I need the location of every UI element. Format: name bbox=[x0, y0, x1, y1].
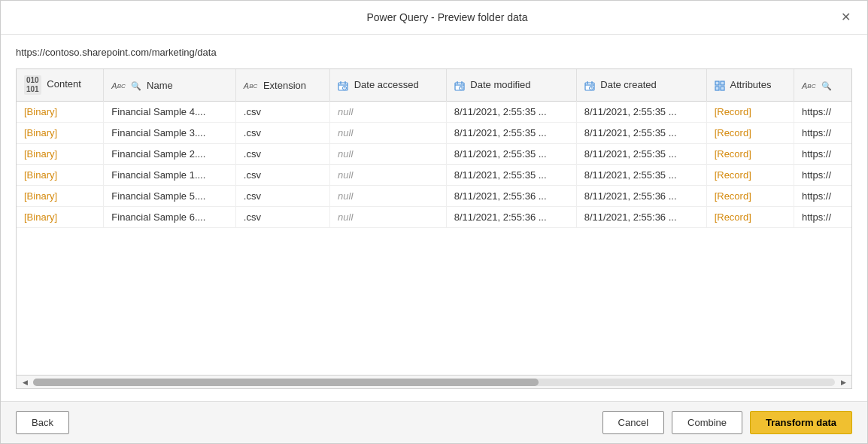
svg-rect-22 bbox=[721, 81, 724, 85]
col-header-content-label: Content bbox=[47, 78, 81, 90]
table-cell: Financial Sample 6.... bbox=[104, 207, 236, 228]
combine-button[interactable]: Combine bbox=[672, 411, 742, 434]
clock-icon-accessed bbox=[338, 81, 348, 91]
table-container[interactable]: 010101 Content ABC 🔍 Name bbox=[17, 69, 851, 375]
col-header-attributes-label: Attributes bbox=[730, 79, 772, 90]
table-cell: null bbox=[330, 102, 447, 123]
table-cell: Financial Sample 1.... bbox=[104, 165, 236, 186]
table-cell: [Binary] bbox=[17, 207, 104, 228]
table-cell: [Record] bbox=[706, 165, 794, 186]
col-header-extension[interactable]: ABC Extension bbox=[235, 69, 329, 102]
table-cell: null bbox=[330, 165, 447, 186]
horizontal-scrollbar[interactable]: ◀ ▶ bbox=[17, 375, 851, 388]
table-cell: 8/11/2021, 2:55:35 ... bbox=[576, 123, 706, 144]
table-cell: Financial Sample 3.... bbox=[104, 123, 236, 144]
table-cell: 8/11/2021, 2:55:36 ... bbox=[576, 186, 706, 207]
table-cell: 8/11/2021, 2:55:36 ... bbox=[576, 207, 706, 228]
dialog-title: Power Query - Preview folder data bbox=[58, 11, 836, 23]
footer: Back Cancel Combine Transform data bbox=[1, 401, 867, 443]
scroll-right-arrow[interactable]: ▶ bbox=[838, 377, 848, 388]
search-icon-name: 🔍 bbox=[131, 81, 141, 90]
scroll-left-arrow[interactable]: ◀ bbox=[20, 377, 30, 388]
table-cell: .csv bbox=[235, 102, 329, 123]
col-header-date-modified-label: Date modified bbox=[470, 79, 530, 90]
table-header-row: 010101 Content ABC 🔍 Name bbox=[17, 69, 851, 102]
table-row: [Binary]Financial Sample 6.....csvnull8/… bbox=[17, 207, 851, 228]
footer-right: Cancel Combine Transform data bbox=[602, 411, 852, 434]
table-cell: .csv bbox=[235, 144, 329, 165]
table-cell: https:// bbox=[794, 102, 851, 123]
search-icon-url: 🔍 bbox=[821, 81, 832, 90]
table-cell: null bbox=[330, 207, 447, 228]
clock-icon-modified bbox=[454, 81, 465, 91]
back-button[interactable]: Back bbox=[16, 411, 69, 434]
abc-icon-url: ABC bbox=[802, 81, 815, 90]
table-cell: .csv bbox=[235, 186, 329, 207]
table-cell: 8/11/2021, 2:55:35 ... bbox=[446, 144, 576, 165]
col-header-name-label: Name bbox=[147, 80, 173, 91]
col-header-date-accessed-label: Date accessed bbox=[354, 79, 419, 90]
table-cell: null bbox=[330, 123, 447, 144]
table-cell: [Record] bbox=[706, 186, 794, 207]
table-cell: [Binary] bbox=[17, 123, 104, 144]
col-header-date-modified[interactable]: Date modified bbox=[446, 69, 576, 102]
col-header-attributes[interactable]: Attributes bbox=[706, 69, 794, 102]
scroll-thumb[interactable] bbox=[33, 379, 539, 386]
table-cell: [Binary] bbox=[17, 102, 104, 123]
cancel-button[interactable]: Cancel bbox=[602, 411, 664, 434]
col-header-name[interactable]: ABC 🔍 Name bbox=[104, 69, 236, 102]
table-row: [Binary]Financial Sample 2.....csvnull8/… bbox=[17, 144, 851, 165]
table-row: [Binary]Financial Sample 3.....csvnull8/… bbox=[17, 123, 851, 144]
abc-icon-name: ABC bbox=[111, 81, 125, 90]
dialog: Power Query - Preview folder data ✕ http… bbox=[0, 0, 868, 444]
table-cell: https:// bbox=[794, 123, 851, 144]
table-cell: 8/11/2021, 2:55:36 ... bbox=[446, 207, 576, 228]
col-header-content[interactable]: 010101 Content bbox=[17, 69, 104, 102]
table-cell: Financial Sample 2.... bbox=[104, 144, 236, 165]
content-area: https://contoso.sharepoint.com/marketing… bbox=[1, 35, 867, 401]
table-cell: 8/11/2021, 2:55:35 ... bbox=[446, 102, 576, 123]
table-cell: 8/11/2021, 2:55:35 ... bbox=[446, 123, 576, 144]
table-cell: [Binary] bbox=[17, 144, 104, 165]
title-bar: Power Query - Preview folder data ✕ bbox=[1, 1, 867, 35]
table-cell: https:// bbox=[794, 165, 851, 186]
col-header-date-created-label: Date created bbox=[600, 79, 656, 90]
table-cell: [Record] bbox=[706, 207, 794, 228]
table-row: [Binary]Financial Sample 1.....csvnull8/… bbox=[17, 165, 851, 186]
table-cell: .csv bbox=[235, 123, 329, 144]
table-cell: null bbox=[330, 144, 447, 165]
abc-icon-ext: ABC bbox=[244, 81, 257, 90]
close-button[interactable]: ✕ bbox=[836, 10, 855, 25]
table-cell: .csv bbox=[235, 207, 329, 228]
table-cell: [Binary] bbox=[17, 165, 104, 186]
grid-icon-attributes bbox=[715, 81, 725, 91]
table-cell: 8/11/2021, 2:55:35 ... bbox=[576, 102, 706, 123]
col-header-date-created[interactable]: Date created bbox=[576, 69, 706, 102]
transform-data-button[interactable]: Transform data bbox=[750, 411, 852, 434]
table-cell: [Record] bbox=[706, 123, 794, 144]
table-row: [Binary]Financial Sample 5.....csvnull8/… bbox=[17, 186, 851, 207]
footer-left: Back bbox=[16, 411, 69, 434]
table-cell: https:// bbox=[794, 186, 851, 207]
table-wrapper: 010101 Content ABC 🔍 Name bbox=[16, 68, 852, 389]
svg-rect-24 bbox=[721, 87, 724, 90]
table-row: [Binary]Financial Sample 4.....csvnull8/… bbox=[17, 102, 851, 123]
table-cell: .csv bbox=[235, 165, 329, 186]
table-cell: Financial Sample 4.... bbox=[104, 102, 236, 123]
table-cell: null bbox=[330, 186, 447, 207]
table-cell: 8/11/2021, 2:55:35 ... bbox=[446, 165, 576, 186]
table-cell: 8/11/2021, 2:55:35 ... bbox=[576, 144, 706, 165]
col-header-url[interactable]: ABC 🔍 bbox=[794, 69, 851, 102]
svg-rect-23 bbox=[715, 87, 719, 90]
binary-icon: 010101 bbox=[24, 75, 41, 95]
table-cell: https:// bbox=[794, 144, 851, 165]
table-cell: Financial Sample 5.... bbox=[104, 186, 236, 207]
url-display: https://contoso.sharepoint.com/marketing… bbox=[16, 47, 852, 58]
table-cell: https:// bbox=[794, 207, 851, 228]
col-header-date-accessed[interactable]: Date accessed bbox=[330, 69, 447, 102]
col-header-extension-label: Extension bbox=[263, 80, 306, 91]
svg-rect-21 bbox=[715, 81, 719, 85]
data-table: 010101 Content ABC 🔍 Name bbox=[17, 69, 851, 228]
scroll-track[interactable] bbox=[33, 379, 835, 386]
table-cell: [Binary] bbox=[17, 186, 104, 207]
